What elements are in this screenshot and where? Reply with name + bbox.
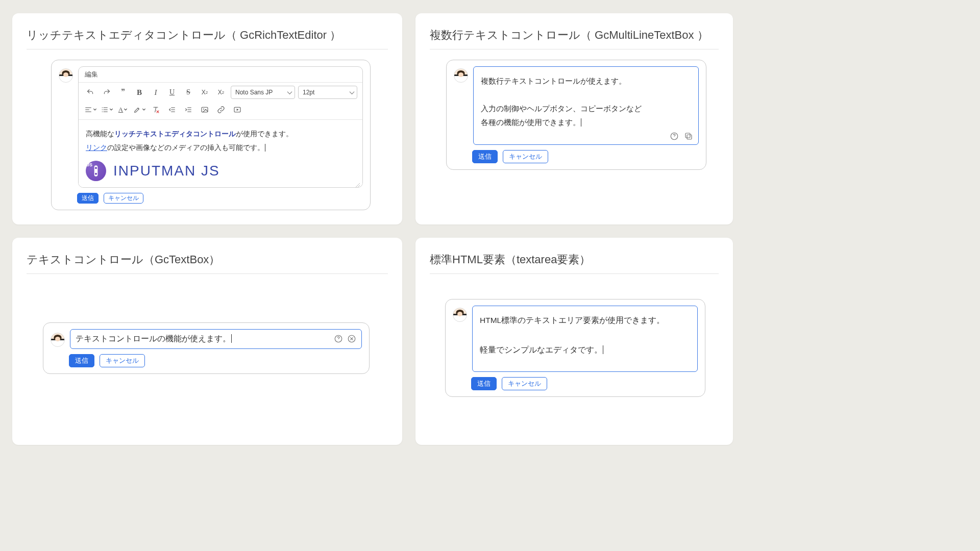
cancel-button[interactable]: キャンセル <box>100 354 145 367</box>
caret-icon <box>265 144 265 152</box>
subscript-icon[interactable]: X2 <box>214 86 228 99</box>
svg-point-7 <box>102 109 102 110</box>
rte-menu-edit[interactable]: 編集 <box>85 70 98 78</box>
svg-rect-17 <box>202 107 208 112</box>
highlight-icon[interactable] <box>133 103 146 116</box>
redo-icon[interactable] <box>100 86 113 99</box>
avatar-icon <box>453 308 467 322</box>
textbox-value: テキストコントロールの機能が使えます。 <box>76 334 231 343</box>
caret-icon <box>581 118 581 127</box>
caret-icon <box>231 334 232 343</box>
divider <box>27 273 388 274</box>
card-textbox: テキストコントロールの機能が使えます。 送信 キャンセル <box>43 322 370 374</box>
divider <box>27 49 388 49</box>
font-size-select[interactable] <box>298 86 357 99</box>
rte-link[interactable]: リンク <box>86 143 107 152</box>
svg-point-6 <box>102 107 102 108</box>
divider <box>430 273 719 274</box>
indent-icon[interactable] <box>182 103 195 116</box>
underline-icon[interactable]: U <box>165 86 179 99</box>
multiline-input[interactable]: 複数行テキストコントロールが使えます。 入力の制御やヘルプボタン、コピーボタンな… <box>473 66 699 145</box>
help-icon[interactable] <box>670 131 679 140</box>
rte-text-bold: リッチテキストエディタコントロール <box>114 130 236 138</box>
italic-icon[interactable]: I <box>149 86 162 99</box>
rte-text: の設定や画像などのメディアの挿入も可能です。 <box>107 143 264 152</box>
textbox-input[interactable]: テキストコントロールの機能が使えます。 <box>70 329 362 349</box>
brand-badge-icon: JS <box>86 161 106 181</box>
textarea-input[interactable]: HTML標準のテキストエリア要素が使用できます。 軽量でシンプルなエディタです。 <box>472 306 698 372</box>
panel-textarea: 標準HTML要素（textarea要素） HTML標準のテキストエリア要素が使用… <box>415 238 733 445</box>
panel-title-multiline: 複数行テキストコントロール（ GcMultiLineTextBox ） <box>430 28 719 43</box>
svg-point-18 <box>203 109 204 110</box>
undo-icon[interactable] <box>84 86 97 99</box>
submit-button[interactable]: 送信 <box>472 150 498 163</box>
clear-icon[interactable] <box>347 334 356 343</box>
panel-textbox: テキストコントロール（GcTextBox） テキストコントロールの機能が使えます… <box>12 238 402 445</box>
brand-row: JS INPUTMAN JS <box>86 157 355 184</box>
submit-button[interactable]: 送信 <box>77 193 99 204</box>
avatar-icon <box>59 68 73 83</box>
textarea-text: HTML標準のテキストエリア要素が使用できます。 <box>480 313 690 328</box>
avatar-icon <box>454 68 468 83</box>
svg-line-23 <box>355 183 360 188</box>
rte-text: 高機能な <box>86 130 114 138</box>
svg-point-8 <box>102 111 102 112</box>
svg-rect-29 <box>685 133 690 138</box>
font-family-select[interactable] <box>231 86 295 99</box>
text-color-icon[interactable]: A <box>116 103 130 116</box>
resize-handle-icon[interactable] <box>354 179 360 185</box>
submit-button[interactable]: 送信 <box>471 377 497 390</box>
list-icon[interactable] <box>100 103 113 116</box>
superscript-icon[interactable]: X2 <box>198 86 211 99</box>
image-icon[interactable] <box>198 103 211 116</box>
multiline-text: 入力の制御やヘルプボタン、コピーボタンなど <box>481 102 691 115</box>
cancel-button[interactable]: キャンセル <box>503 150 548 163</box>
panel-multiline: 複数行テキストコントロール（ GcMultiLineTextBox ） 複数行テ… <box>415 13 733 224</box>
panel-title-richtext: リッチテキストエディタコントロール（ GcRichTextEditor ） <box>27 28 388 43</box>
media-icon[interactable] <box>231 103 244 116</box>
panel-title-textbox: テキストコントロール（GcTextBox） <box>27 252 388 267</box>
submit-button[interactable]: 送信 <box>69 354 94 367</box>
svg-point-22 <box>95 173 97 175</box>
clear-format-icon[interactable] <box>149 103 162 116</box>
panel-richtext: リッチテキストエディタコントロール（ GcRichTextEditor ） 編集… <box>12 13 402 224</box>
help-icon[interactable] <box>334 334 343 343</box>
rte-menubar: 編集 <box>79 67 362 83</box>
bold-icon[interactable]: B <box>133 86 146 99</box>
avatar-icon <box>51 333 65 347</box>
rte-text: が使用できます。 <box>236 130 293 138</box>
blockquote-icon[interactable]: ” <box>116 86 130 99</box>
outdent-icon[interactable] <box>165 103 179 116</box>
cancel-button[interactable]: キャンセル <box>104 193 143 204</box>
multiline-text: 複数行テキストコントロールが使えます。 <box>481 74 691 88</box>
brand-badge-label: JS <box>87 161 92 169</box>
svg-rect-28 <box>687 135 692 139</box>
card-textarea: HTML標準のテキストエリア要素が使用できます。 軽量でシンプルなエディタです。… <box>445 299 705 397</box>
caret-icon <box>603 345 603 354</box>
rte-content[interactable]: 高機能なリッチテキストエディタコントロールが使用できます。 リンクの設定や画像な… <box>79 120 362 187</box>
card-multiline: 複数行テキストコントロールが使えます。 入力の制御やヘルプボタン、コピーボタンな… <box>446 60 706 170</box>
rte-toolbar: ” B I U S X2 X2 <box>79 83 362 120</box>
textarea-text: 軽量でシンプルなエディタです。 <box>480 345 602 354</box>
strikethrough-icon[interactable]: S <box>182 86 195 99</box>
multiline-text: 各種の機能が使用できます。 <box>481 118 580 127</box>
divider <box>430 49 719 49</box>
cancel-button[interactable]: キャンセル <box>502 377 547 390</box>
panel-title-textarea: 標準HTML要素（textarea要素） <box>430 252 719 267</box>
svg-line-25 <box>359 187 360 188</box>
link-icon[interactable] <box>214 103 228 116</box>
card-richtext: 編集 ” B I U S X2 X2 <box>51 60 371 210</box>
brand-text: INPUTMAN JS <box>113 157 220 184</box>
align-icon[interactable] <box>84 103 97 116</box>
richtext-editor: 編集 ” B I U S X2 X2 <box>78 66 363 188</box>
svg-point-21 <box>95 167 97 169</box>
copy-icon[interactable] <box>684 131 693 140</box>
